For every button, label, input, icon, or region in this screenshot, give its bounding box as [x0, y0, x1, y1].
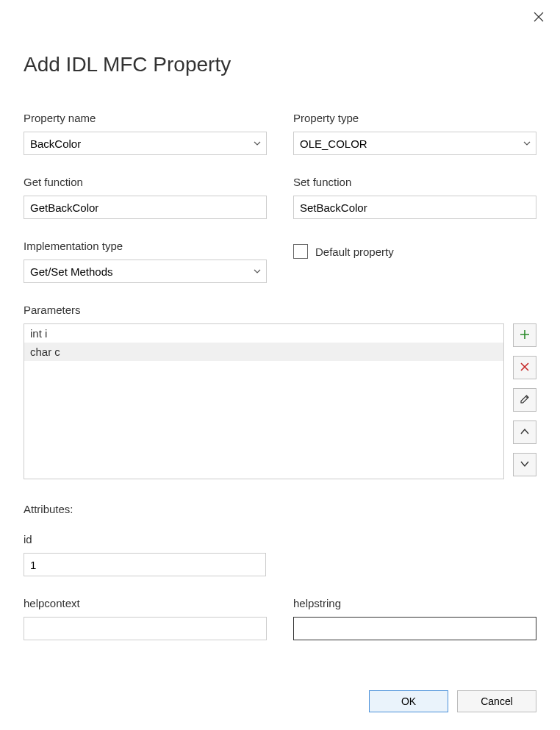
parameters-list[interactable]: int i char c — [24, 323, 504, 479]
move-down-button[interactable] — [513, 453, 536, 476]
helpstring-input[interactable] — [293, 617, 536, 640]
close-button[interactable] — [532, 12, 545, 25]
helpstring-label: helpstring — [293, 597, 536, 609]
chevron-up-icon — [519, 426, 531, 440]
set-function-label: Set function — [293, 176, 536, 188]
close-icon — [534, 12, 544, 25]
x-icon — [519, 361, 531, 375]
property-name-input[interactable] — [24, 132, 267, 155]
default-property-label: Default property — [315, 246, 394, 258]
implementation-type-input[interactable] — [24, 260, 267, 283]
id-label: id — [24, 533, 536, 545]
add-parameter-button[interactable] — [513, 323, 536, 347]
plus-icon — [519, 329, 531, 343]
id-input[interactable] — [24, 553, 266, 576]
dialog-title: Add IDL MFC Property — [0, 0, 560, 76]
set-function-input[interactable] — [293, 196, 536, 219]
move-up-button[interactable] — [513, 421, 536, 444]
helpcontext-label: helpcontext — [24, 597, 267, 609]
property-type-label: Property type — [293, 112, 536, 124]
pencil-icon — [519, 393, 531, 407]
ok-button[interactable]: OK — [369, 690, 448, 712]
parameters-label: Parameters — [24, 304, 536, 316]
property-type-input[interactable] — [293, 132, 536, 155]
cancel-button[interactable]: Cancel — [457, 690, 536, 712]
get-function-input[interactable] — [24, 196, 267, 219]
attributes-heading: Attributes: — [24, 503, 536, 515]
get-function-label: Get function — [24, 176, 267, 188]
remove-parameter-button[interactable] — [513, 356, 536, 379]
implementation-type-label: Implementation type — [24, 240, 267, 252]
edit-parameter-button[interactable] — [513, 388, 536, 412]
default-property-checkbox[interactable] — [293, 244, 308, 259]
chevron-down-icon — [519, 458, 531, 472]
parameter-item[interactable]: int i — [24, 324, 503, 343]
parameter-item[interactable]: char c — [24, 343, 503, 361]
property-name-label: Property name — [24, 112, 267, 124]
helpcontext-input[interactable] — [24, 617, 267, 640]
